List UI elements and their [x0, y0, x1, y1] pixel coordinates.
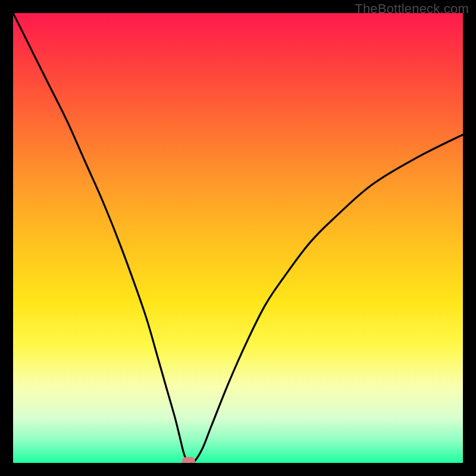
curve-path [13, 13, 463, 463]
minimum-marker [182, 457, 195, 463]
chart-frame: TheBottleneck.com [0, 0, 476, 476]
plot-area [13, 13, 463, 463]
bottleneck-curve [13, 13, 463, 463]
